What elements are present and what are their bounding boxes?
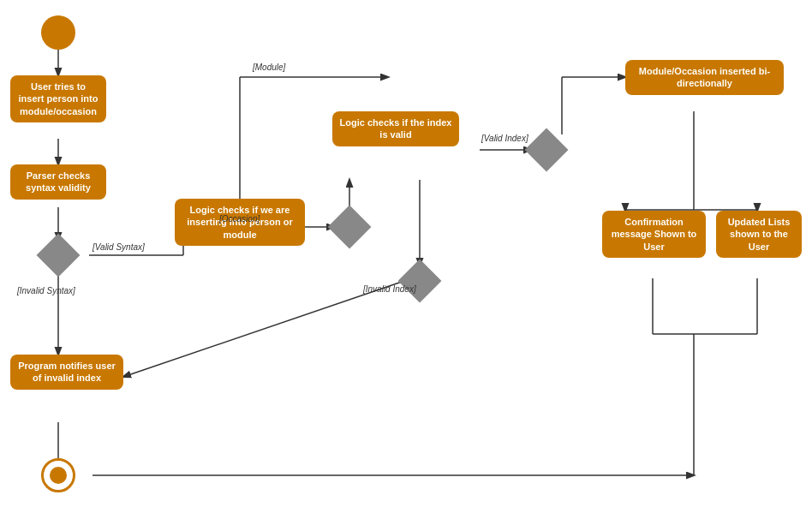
diamond-syntax [37,234,81,277]
label-valid-index: [Valid Index] [481,134,528,143]
program-notifies-box: Program notifies user of invalid index [10,355,123,390]
svg-line-24 [123,281,404,377]
label-module: [Module] [253,63,285,72]
updated-lists-box: Updated Lists shown to the User [716,211,802,258]
end-circle-inner [50,467,67,484]
label-invalid-syntax: [Invalid Syntax] [17,286,75,295]
parser-checks-box: Parser checks syntax validity [10,164,106,200]
end-circle [41,458,75,492]
diagram-container: User tries to insert person into module/… [0,0,812,507]
diamond-valid-index [525,128,569,172]
diamond-occasion-module [328,206,372,249]
logic-index-valid-box: Logic checks if the index is valid [332,111,459,146]
label-occasion: [Occasion] [219,214,260,224]
module-inserted-box: Module/Occasion inserted bi-directionall… [625,60,784,95]
start-circle [41,15,75,50]
diamond-invalid-index [398,259,442,303]
label-valid-syntax: [Valid Syntax] [93,242,145,252]
label-invalid-index: [Invalid Index] [363,284,416,294]
confirmation-msg-box: Confirmation message Shown to User [602,211,706,258]
user-tries-box: User tries to insert person into module/… [10,75,106,122]
